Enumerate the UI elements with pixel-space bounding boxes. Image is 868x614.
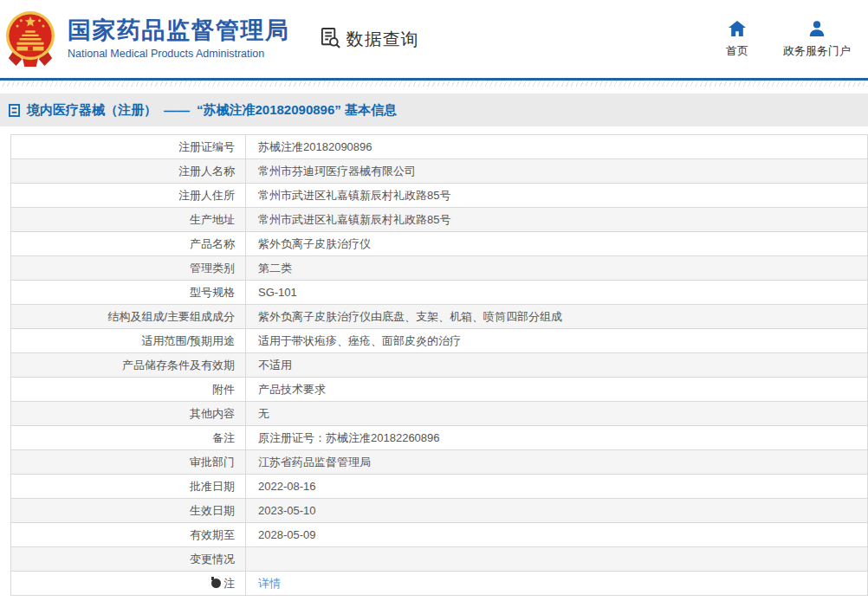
field-value: SG-101 [246,281,868,305]
field-label: 其他内容 [11,402,246,426]
nav-item-home[interactable]: 首页 [726,20,748,59]
field-label: 生效日期 [11,499,246,523]
table-row: 生效日期2023-05-10 [11,499,868,523]
breadcrumb-separator: —— [164,103,190,118]
field-label: 注册证编号 [11,135,246,159]
field-label: 产品名称 [11,232,246,256]
hatch-strip [0,81,868,87]
document-search-icon [320,27,341,52]
field-label: 结构及组成/主要组成成分 [11,305,246,329]
table-row: 型号规格SG-101 [11,281,868,305]
spacer [0,87,868,94]
data-query-section[interactable]: 数据查询 [320,27,419,52]
table-row: 适用范围/预期用途适用于带状疱疹、痤疮、面部皮炎的治疗 [11,329,868,353]
table-row: 注详情 [11,572,868,596]
field-value: 2028-05-09 [246,523,868,547]
field-value: 适用于带状疱疹、痤疮、面部皮炎的治疗 [246,329,868,353]
site-title: 国家药品监督管理局 [68,18,290,44]
table-row: 备注原注册证号：苏械注准20182260896 [11,426,868,450]
field-label: 有效期至 [11,523,246,547]
field-label: 附件 [11,378,246,402]
table-row: 注册人名称常州市芬迪珂医疗器械有限公司 [11,159,868,184]
registration-detail-table: 注册证编号苏械注准20182090896注册人名称常州市芬迪珂医疗器械有限公司注… [10,134,868,596]
field-label: 产品储存条件及有效期 [11,353,246,378]
table-row: 结构及组成/主要组成成分紫外负离子皮肤治疗仪由底盘、支架、机箱、喷筒四部分组成 [11,305,868,329]
field-value [246,547,868,572]
field-label: 注 [11,572,246,596]
table-row: 批准日期2022-08-16 [11,475,868,499]
table-row: 附件产品技术要求 [11,378,868,402]
field-value: 常州市武进区礼嘉镇新辰村礼政路85号 [246,184,868,208]
field-value: 常州市武进区礼嘉镇新辰村礼政路85号 [246,208,868,232]
nav-item-home-label: 首页 [726,43,748,59]
field-label: 备注 [11,426,246,450]
breadcrumb-detail-title: “苏械注准20182090896” 基本信息 [197,102,397,119]
field-value: 紫外负离子皮肤治疗仪由底盘、支架、机箱、喷筒四部分组成 [246,305,868,329]
nmpa-logo: 国家药品监督管理局 National Medical Products Admi… [5,10,290,68]
table-row: 有效期至2028-05-09 [11,523,868,547]
field-value: 第二类 [246,256,868,281]
field-value: 不适用 [246,353,868,378]
detail-table-body: 注册证编号苏械注准20182090896注册人名称常州市芬迪珂医疗器械有限公司注… [11,135,868,596]
field-label: 注册人住所 [11,184,246,208]
field-value: 紫外负离子皮肤治疗仪 [246,232,868,256]
header-nav: 首页 政务服务门户 [726,20,856,59]
field-value: 无 [246,402,868,426]
field-value: 苏械注准20182090896 [246,135,868,159]
field-value: 常州市芬迪珂医疗器械有限公司 [246,159,868,184]
table-row: 管理类别第二类 [11,256,868,281]
site-subtitle: National Medical Products Administration [68,48,290,60]
field-value: 2023-05-10 [246,499,868,523]
list-icon [9,104,20,117]
nav-item-gov-portal[interactable]: 政务服务门户 [783,20,851,59]
field-label: 注册人名称 [11,159,246,184]
field-value: 产品技术要求 [246,378,868,402]
table-row: 变更情况 [11,547,868,572]
field-value: 江苏省药品监督管理局 [246,450,868,475]
breadcrumb: 境内医疗器械（注册） —— “苏械注准20182090896” 基本信息 [0,94,868,126]
nav-item-gov-portal-label: 政务服务门户 [783,43,851,59]
site-header: 国家药品监督管理局 National Medical Products Admi… [0,0,868,78]
user-icon [807,20,826,37]
bulb-icon [211,578,221,588]
table-row: 审批部门江苏省药品监督管理局 [11,450,868,475]
field-label: 批准日期 [11,475,246,499]
detail-link[interactable]: 详情 [258,577,281,590]
field-label: 适用范围/预期用途 [11,329,246,353]
logo-text: 国家药品监督管理局 National Medical Products Admi… [68,18,290,60]
table-row: 注册证编号苏械注准20182090896 [11,135,868,159]
table-row: 产品储存条件及有效期不适用 [11,353,868,378]
table-row: 产品名称紫外负离子皮肤治疗仪 [11,232,868,256]
field-value: 详情 [246,572,868,596]
detail-table-container: 注册证编号苏械注准20182090896注册人名称常州市芬迪珂医疗器械有限公司注… [10,134,868,596]
field-label: 生产地址 [11,208,246,232]
field-label: 审批部门 [11,450,246,475]
home-icon [728,20,747,37]
data-query-label: 数据查询 [347,28,419,51]
field-label: 型号规格 [11,281,246,305]
table-row: 注册人住所常州市武进区礼嘉镇新辰村礼政路85号 [11,184,868,208]
china-national-emblem-icon [5,10,55,68]
field-value: 2022-08-16 [246,475,868,499]
field-label: 管理类别 [11,256,246,281]
table-row: 生产地址常州市武进区礼嘉镇新辰村礼政路85号 [11,208,868,232]
field-label: 变更情况 [11,547,246,572]
table-row: 其他内容无 [11,402,868,426]
field-value: 原注册证号：苏械注准20182260896 [246,426,868,450]
breadcrumb-category: 境内医疗器械（注册） [27,102,157,119]
